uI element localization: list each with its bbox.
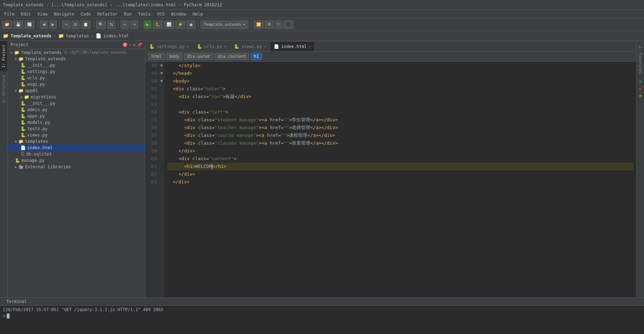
menu-vcs[interactable]: VCS <box>154 11 168 17</box>
settings-file-icon: 🐍 <box>20 69 26 74</box>
toolbar-prev-btn[interactable]: ⇐ <box>121 20 129 29</box>
menu-run[interactable]: Run <box>121 11 134 17</box>
migrations-chevron-icon: ▶ <box>20 95 23 99</box>
toolbar-replace-btn[interactable]: ⇆ <box>107 20 115 29</box>
tree-templates-folder[interactable]: ▼ 📁 templates <box>8 138 145 145</box>
external-label: External Libraries <box>25 164 71 169</box>
tree-external-libraries[interactable]: ▶ 📚 External Libraries <box>8 164 145 170</box>
menu-window[interactable]: Window <box>168 11 189 17</box>
project-label: Project <box>11 42 29 47</box>
terminal-tab-label[interactable]: Terminal <box>3 298 30 305</box>
breadcrumb-sep-2: › <box>91 34 94 38</box>
toolbar-profile-btn[interactable]: ⚡ <box>175 20 185 29</box>
toolbar-copy-btn[interactable]: ⧉ <box>72 20 79 29</box>
toolbar-sync-btn[interactable]: 🔄 <box>25 20 35 29</box>
tree-collapse-icon[interactable]: ⇕ <box>129 42 132 47</box>
editor-breadcrumb-div-outer[interactable]: div.outer <box>184 53 213 60</box>
tab-views-py[interactable]: 🐍 views.py ✕ <box>230 41 270 51</box>
toolbar-separator-6 <box>198 21 198 28</box>
toolbar-stop-btn[interactable]: ⏹ <box>187 20 195 29</box>
favorites-add-btn[interactable]: + <box>639 79 642 84</box>
tab-urls-close[interactable]: ✕ <box>224 44 226 48</box>
toolbar-debug-btn[interactable]: 🐛 <box>153 20 163 29</box>
toolbar-forward-btn[interactable]: ▶ <box>49 20 57 29</box>
toolbar-vcs-btn[interactable]: 🔀 <box>254 20 264 29</box>
code-editor[interactable]: 48 49 50 51 52 53 54 55 56 57 58 59 60 6… <box>145 62 636 297</box>
tab-urls-py[interactable]: 🐍 urls.py ✕ <box>193 41 230 51</box>
favorites-panel: 2: Favorites + ✕ ★ <box>636 41 644 297</box>
menu-code[interactable]: Code <box>78 11 94 17</box>
tree-template-extends-folder[interactable]: ▼ 📁 Template_extends <box>8 56 145 62</box>
editor-breadcrumb-div-content[interactable]: div.content <box>215 53 249 60</box>
favorites-tab[interactable]: 2: Favorites <box>637 42 644 77</box>
code-lines-area[interactable]: </style> </head> <body> <div class="oute… <box>164 62 636 297</box>
tree-item-db-sqlite3[interactable]: 🗄 db.sqlite3 <box>8 151 145 157</box>
tree-item-init[interactable]: 🐍 __init__.py <box>8 62 145 68</box>
tree-item-apps[interactable]: 🐍 apps.py <box>8 113 145 119</box>
urls-file-icon: 🐍 <box>20 75 26 80</box>
wsgi-file-icon: 🐍 <box>20 82 26 87</box>
editor-breadcrumb-html[interactable]: html <box>148 53 165 60</box>
tab-views-close[interactable]: ✕ <box>264 44 266 48</box>
tree-app01-folder[interactable]: ▼ 📁 app01 <box>8 87 145 94</box>
toolbar-help-btn[interactable]: ? <box>275 20 282 29</box>
tree-item-admin[interactable]: 🐍 admin.py <box>8 107 145 113</box>
editor-breadcrumb-h1[interactable]: h1 <box>251 53 262 60</box>
project-tree-header: Project 🎯 ⇕ ⚙ 📌 <box>8 41 145 49</box>
tag-div-outer-open: <div <box>173 85 187 93</box>
editor-breadcrumb-body[interactable]: body <box>166 53 183 60</box>
tab-index-html[interactable]: 📄 index.html ✕ <box>270 41 315 51</box>
sidebar-tab-project[interactable]: 1: Project <box>0 41 7 71</box>
models-label: models.py <box>27 120 50 125</box>
tree-scope-icon[interactable]: 🎯 <box>122 42 128 47</box>
app01-folder-icon: 📁 <box>18 88 24 93</box>
terminal-content[interactable]: [28/Feb/2017 15:57:05] "GET /jquery-3.1.… <box>0 306 644 334</box>
toolbar-terminal-btn[interactable]: ⬛ <box>283 20 293 29</box>
menu-navigate[interactable]: Navigate <box>51 11 77 17</box>
tab-index-close[interactable]: ✕ <box>309 44 311 48</box>
menu-help[interactable]: Help <box>190 11 206 17</box>
toolbar-open-btn[interactable]: 📁 <box>2 20 12 29</box>
toolbar-cut-btn[interactable]: ✂ <box>62 20 70 29</box>
toolbar-settings-btn[interactable]: ⚙ <box>265 20 273 29</box>
toolbar-next-btn[interactable]: ⇒ <box>130 20 138 29</box>
tab-settings-close[interactable]: ✕ <box>187 44 189 48</box>
toolbar-run-btn[interactable]: ▶ <box>144 20 151 29</box>
tree-root[interactable]: ▶ 📁 Template_extends E:\脱产三期\Template_ex… <box>8 49 145 56</box>
menu-tools[interactable]: Tools <box>135 11 154 17</box>
tree-item-urls[interactable]: 🐍 urls.py <box>8 75 145 81</box>
tab-index-label: index.html <box>281 44 307 49</box>
toolbar-coverage-btn[interactable]: 📊 <box>164 20 174 29</box>
menu-edit[interactable]: Edit <box>18 11 34 17</box>
tab-settings-py[interactable]: 🐍 settings.py ✕ <box>145 41 193 51</box>
menu-file[interactable]: File <box>1 11 17 17</box>
toolbar-paste-btn[interactable]: 📋 <box>81 20 91 29</box>
tree-migrations-folder[interactable]: ▶ 📁 migrations <box>8 94 145 100</box>
line-numbers-column: 48 49 50 51 52 53 54 55 56 57 58 59 60 6… <box>145 62 159 297</box>
tree-item-tests[interactable]: 🐍 tests.py <box>8 126 145 132</box>
menu-view[interactable]: View <box>35 11 50 17</box>
tree-settings-icon[interactable]: ⚙ <box>133 42 136 47</box>
breadcrumb-templates[interactable]: templates <box>66 34 89 38</box>
code-line-60: <div class="content"> <box>167 155 633 163</box>
run-config-dropdown[interactable]: Template_extends ▾ <box>201 20 248 29</box>
code-line-56: <div class="teacher manage"><a href="">老… <box>167 124 633 132</box>
dropdown-chevron-icon: ▾ <box>243 22 245 27</box>
menu-refactor[interactable]: Refactor <box>94 11 120 17</box>
tree-item-models[interactable]: 🐍 models.py <box>8 119 145 126</box>
toolbar-back-btn[interactable]: ◀ <box>40 20 48 29</box>
favorites-remove-btn[interactable]: ✕ <box>639 86 642 91</box>
breadcrumb-root[interactable]: Template_extends <box>11 34 52 38</box>
toolbar-separator-1 <box>37 21 37 28</box>
breadcrumb-file[interactable]: index.html <box>103 34 129 38</box>
tree-item-index-html[interactable]: 📄 index.html <box>8 145 145 151</box>
tree-item-settings[interactable]: 🐍 settings.py <box>8 68 145 75</box>
sidebar-tab-structure[interactable]: 2: Structure <box>0 71 7 106</box>
toolbar-search-btn[interactable]: 🔍 <box>96 20 106 29</box>
tree-item-views[interactable]: 🐍 views.py <box>8 132 145 138</box>
tree-pin-icon[interactable]: 📌 <box>137 42 142 47</box>
tree-item-manage[interactable]: 🐍 manage.py <box>8 157 145 164</box>
tree-item-wsgi[interactable]: 🐍 wsgi.py <box>8 81 145 87</box>
toolbar-save-btn[interactable]: 💾 <box>13 20 23 29</box>
tree-item-app-init[interactable]: 🐍 __init__.py <box>8 100 145 107</box>
